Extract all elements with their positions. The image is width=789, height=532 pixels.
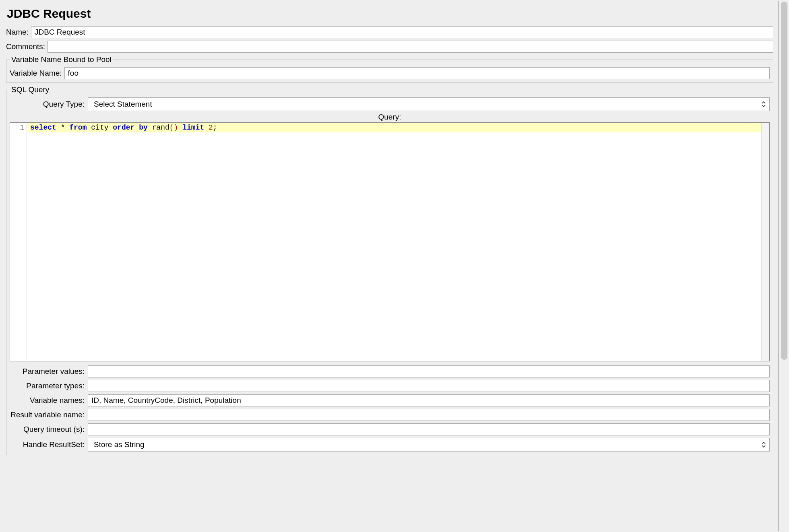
parameter-types-label: Parameter types: xyxy=(10,381,85,390)
variable-name-input[interactable] xyxy=(64,67,770,79)
variable-names-label: Variable names: xyxy=(10,396,85,405)
comments-label: Comments: xyxy=(6,42,45,51)
jdbc-request-panel: JDBC Request Name: Comments: Variable Na… xyxy=(1,1,779,531)
query-type-select[interactable]: Select Statement xyxy=(88,97,770,111)
query-editor-scrollbar[interactable] xyxy=(761,123,769,361)
parameter-values-label: Parameter values: xyxy=(10,367,85,376)
result-variable-name-input[interactable] xyxy=(88,409,770,421)
stepper-icon xyxy=(761,441,766,448)
handle-resultset-value: Store as String xyxy=(94,440,145,449)
variable-pool-fieldset: Variable Name Bound to Pool Variable Nam… xyxy=(6,55,773,83)
parameter-types-input[interactable] xyxy=(88,380,770,392)
handle-resultset-label: Handle ResultSet: xyxy=(10,440,85,449)
query-label: Query: xyxy=(10,113,770,122)
line-number: 1 xyxy=(10,124,24,132)
variable-name-label: Variable Name: xyxy=(10,69,62,78)
query-timeout-label: Query timeout (s): xyxy=(10,425,85,434)
sql-query-legend: SQL Query xyxy=(10,85,51,94)
name-input[interactable] xyxy=(31,26,773,38)
sql-query-fieldset: SQL Query Query Type: Select Statement Q… xyxy=(6,85,773,455)
handle-resultset-select[interactable]: Store as String xyxy=(88,438,770,452)
stepper-icon xyxy=(761,101,766,108)
result-variable-name-label: Result variable name: xyxy=(10,410,85,419)
page-title: JDBC Request xyxy=(7,7,773,21)
variable-names-input[interactable] xyxy=(88,394,770,406)
name-label: Name: xyxy=(6,28,29,37)
variable-pool-legend: Variable Name Bound to Pool xyxy=(10,55,113,64)
comments-row: Comments: xyxy=(6,41,773,53)
query-timeout-input[interactable] xyxy=(88,423,770,435)
vertical-scrollbar[interactable] xyxy=(779,0,789,532)
comments-input[interactable] xyxy=(48,41,773,53)
parameter-values-input[interactable] xyxy=(88,365,770,377)
query-gutter: 1 xyxy=(10,123,27,361)
name-row: Name: xyxy=(6,26,773,38)
query-line-1[interactable]: select * from city order by rand() limit… xyxy=(27,123,761,132)
query-type-label: Query Type: xyxy=(10,100,85,109)
query-editor[interactable]: 1 select * from city order by rand() lim… xyxy=(10,122,770,361)
scrollbar-thumb[interactable] xyxy=(781,2,787,360)
query-type-value: Select Statement xyxy=(94,100,152,109)
query-content[interactable]: select * from city order by rand() limit… xyxy=(27,123,761,361)
